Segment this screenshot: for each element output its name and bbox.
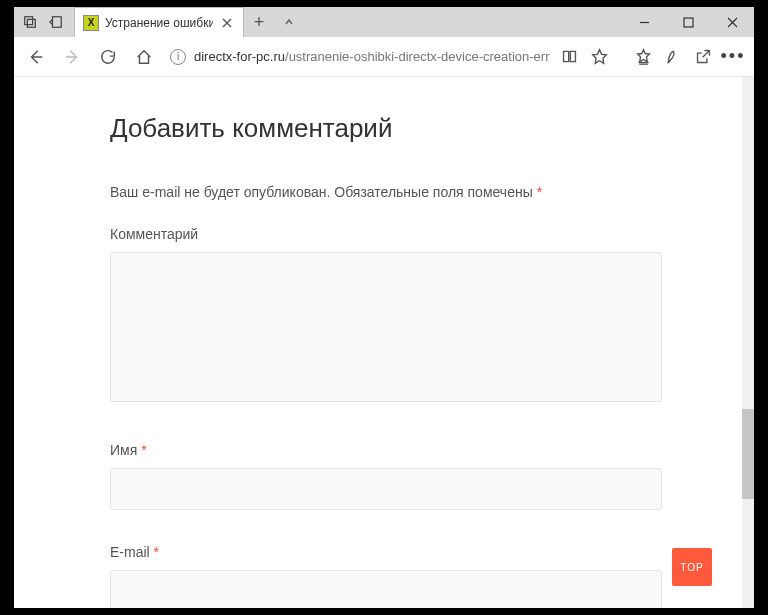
address-bar: i directx-for-pc.ru/ustranenie-oshibki-d… (14, 37, 754, 77)
favorite-star-icon[interactable] (584, 41, 614, 73)
tab-title: Устранение ошибки Di (105, 16, 213, 30)
share-icon[interactable] (688, 41, 718, 73)
page-title: Добавить комментарий (110, 113, 662, 144)
favicon-icon: X (83, 15, 99, 31)
url-host: directx-for-pc.ru (194, 49, 285, 64)
new-tab-button[interactable]: + (244, 7, 274, 37)
set-aside-tabs-icon[interactable] (44, 7, 68, 37)
svg-rect-2 (53, 17, 62, 28)
site-info-icon[interactable]: i (170, 49, 186, 65)
email-label-text: E-mail (110, 544, 154, 560)
page-viewport: Добавить комментарий Ваш e-mail не будет… (14, 77, 742, 608)
svg-rect-3 (684, 18, 693, 27)
comment-textarea[interactable] (110, 252, 662, 402)
notes-icon[interactable] (658, 41, 688, 73)
email-label: E-mail * (110, 544, 662, 560)
form-note: Ваш e-mail не будет опубликован. Обязате… (110, 184, 662, 200)
comment-label: Комментарий (110, 226, 662, 242)
reading-view-icon[interactable] (554, 41, 584, 73)
name-label: Имя * (110, 442, 662, 458)
close-window-button[interactable] (710, 7, 754, 37)
window-controls (622, 7, 754, 37)
email-input[interactable] (110, 570, 662, 608)
required-mark: * (537, 184, 542, 200)
name-label-text: Имя (110, 442, 141, 458)
svg-rect-0 (25, 17, 33, 25)
scrollbar-track[interactable] (742, 77, 754, 608)
scrollbar-thumb[interactable] (742, 409, 754, 499)
url-path: /ustranenie-oshibki-directx-device-creat… (285, 49, 550, 64)
required-mark: * (141, 442, 146, 458)
scroll-to-top-button[interactable]: TOP (672, 548, 712, 586)
browser-tab[interactable]: X Устранение ошибки Di (74, 7, 244, 37)
refresh-button[interactable] (92, 41, 124, 73)
more-menu-button[interactable]: ••• (718, 41, 748, 73)
maximize-button[interactable] (666, 7, 710, 37)
form-note-text: Ваш e-mail не будет опубликован. Обязате… (110, 184, 537, 200)
titlebar: X Устранение ошибки Di + (14, 7, 754, 37)
favorites-list-icon[interactable] (628, 41, 658, 73)
minimize-button[interactable] (622, 7, 666, 37)
comment-form: Добавить комментарий Ваш e-mail не будет… (14, 77, 742, 608)
name-input[interactable] (110, 468, 662, 510)
back-button[interactable] (20, 41, 52, 73)
titlebar-left (14, 7, 68, 37)
required-mark: * (154, 544, 159, 560)
tab-close-button[interactable] (219, 15, 235, 31)
tabs-overview-icon[interactable] (18, 7, 42, 37)
tab-actions-chevron-icon[interactable] (274, 7, 304, 37)
address-bar-actions: ••• (554, 41, 748, 73)
browser-window: X Устранение ошибки Di + i directx-for-p… (14, 7, 754, 608)
home-button[interactable] (128, 41, 160, 73)
url-field[interactable]: i directx-for-pc.ru/ustranenie-oshibki-d… (164, 43, 550, 71)
forward-button[interactable] (56, 41, 88, 73)
svg-rect-1 (27, 19, 35, 27)
